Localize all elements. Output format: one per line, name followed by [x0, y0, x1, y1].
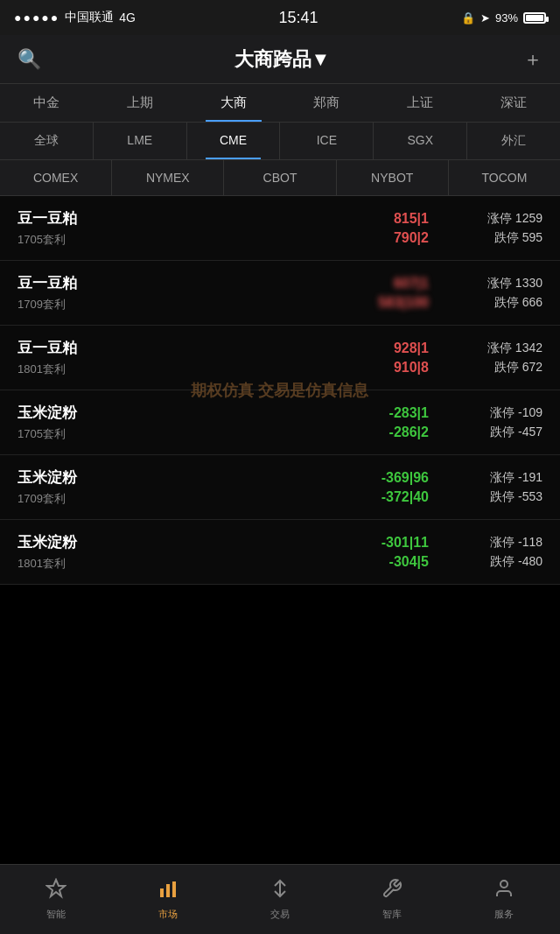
price1-1: 607|1: [394, 276, 429, 291]
list-item-2[interactable]: 豆一豆粕 1801套利 928|1 910|8 涨停 1342 跌停 672: [0, 326, 560, 390]
list-item-right-3: 涨停 -109 跌停 -457: [438, 405, 542, 440]
limit1-5: 涨停 -118: [490, 535, 542, 551]
limit1-2: 涨停 1342: [487, 341, 542, 356]
lock-icon: 🔒: [461, 11, 475, 25]
limit2-5: 跌停 -480: [490, 554, 542, 570]
list-item-left-0: 豆一豆粕 1705套利: [18, 208, 77, 248]
list-item-left-1: 豆一豆粕 1709套利: [18, 273, 77, 313]
list-item-4[interactable]: 玉米淀粉 1709套利 -369|96 -372|40 涨停 -191 跌停 -…: [0, 455, 560, 520]
tab-row-2: 全球LMECMEICESGX外汇: [0, 123, 560, 160]
nav-icon-4: [494, 878, 514, 904]
item-sub-0: 1705套利: [18, 232, 77, 248]
svg-rect-1: [160, 888, 164, 897]
item-sub-2: 1801套利: [18, 362, 77, 377]
limit1-4: 涨停 -191: [490, 470, 542, 486]
price1-0: 815|1: [394, 211, 429, 227]
list-item-left-3: 玉米淀粉 1705套利: [18, 403, 77, 442]
tab-2-item-2[interactable]: CME: [187, 123, 281, 159]
header: 🔍 大商跨品▼ ＋: [0, 35, 560, 84]
svg-marker-0: [47, 880, 65, 896]
list-item-0[interactable]: 豆一豆粕 1705套利 815|1 790|2 涨停 1259 跌停 595: [0, 196, 560, 261]
nav-item-1[interactable]: 市场: [112, 878, 224, 921]
nav-item-0[interactable]: 智能: [0, 878, 112, 921]
nav-item-2[interactable]: 交易: [224, 878, 336, 921]
price1-2: 928|1: [394, 341, 429, 356]
list-container: 期权仿真 交易是仿真信息 豆一豆粕 1705套利 815|1 790|2 涨停 …: [0, 196, 560, 585]
item-name-3: 玉米淀粉: [18, 403, 77, 423]
svg-rect-2: [166, 884, 170, 897]
status-right: 🔒 ➤ 93%: [461, 11, 546, 25]
list-item-5[interactable]: 玉米淀粉 1801套利 -301|11 -304|5 涨停 -118 跌停 -4…: [0, 520, 560, 585]
tab-3-item-1[interactable]: NYMEX: [112, 160, 224, 195]
limit2-0: 跌停 595: [494, 230, 542, 246]
item-name-4: 玉米淀粉: [18, 467, 77, 488]
item-sub-3: 1705套利: [18, 426, 77, 442]
item-name-0: 豆一豆粕: [18, 208, 77, 228]
search-icon[interactable]: 🔍: [18, 48, 41, 71]
list-item-right-5: 涨停 -118 跌停 -480: [438, 535, 542, 570]
list-item-center-3: -283|1 -286|2: [77, 405, 438, 440]
tab-2-item-0[interactable]: 全球: [0, 123, 94, 159]
tab-2-item-1[interactable]: LME: [94, 123, 187, 159]
limit2-4: 跌停 -553: [490, 489, 542, 505]
tab-2-item-4[interactable]: SGX: [374, 123, 467, 159]
add-icon[interactable]: ＋: [523, 46, 542, 73]
list-item-center-1: 607|1 583|100: [77, 276, 438, 311]
tab-2-item-5[interactable]: 外汇: [467, 123, 560, 159]
list-item-left-2: 豆一豆粕 1801套利: [18, 338, 77, 377]
tab-3-item-4[interactable]: TOCOM: [449, 160, 560, 195]
limit2-1: 跌停 666: [494, 295, 542, 311]
limit2-2: 跌停 672: [494, 360, 542, 376]
item-name-1: 豆一豆粕: [18, 273, 77, 293]
list-item-center-5: -301|11 -304|5: [77, 535, 438, 570]
tab-3-item-0[interactable]: COMEX: [0, 160, 112, 195]
nav-label-3: 智库: [382, 908, 402, 921]
svg-point-5: [500, 881, 508, 888]
list-item-center-0: 815|1 790|2: [77, 211, 438, 246]
price1-3: -283|1: [389, 405, 429, 421]
tab-2-item-3[interactable]: ICE: [280, 123, 374, 159]
price2-1: 583|100: [378, 295, 429, 311]
list-item-right-4: 涨停 -191 跌停 -553: [438, 470, 542, 505]
nav-icon-1: [158, 878, 178, 904]
list-item-left-5: 玉米淀粉 1801套利: [18, 532, 77, 572]
nav-icon-3: [382, 878, 402, 904]
price1-4: -369|96: [382, 470, 429, 486]
tab-1-item-0[interactable]: 中金: [0, 84, 94, 122]
status-left: ●●●●● 中国联通 4G: [14, 10, 136, 25]
tab-1-item-1[interactable]: 上期: [94, 84, 187, 122]
signal-dots: ●●●●●: [14, 11, 60, 25]
tab-1-item-5[interactable]: 深证: [466, 84, 560, 122]
list-item-center-2: 928|1 910|8: [77, 341, 438, 376]
list-item-3[interactable]: 玉米淀粉 1705套利 -283|1 -286|2 涨停 -109 跌停 -45…: [0, 390, 560, 455]
network-label: 4G: [119, 11, 136, 25]
tab-1-item-2[interactable]: 大商: [186, 84, 280, 122]
tab-3-item-3[interactable]: NYBOT: [337, 160, 449, 195]
item-name-5: 玉米淀粉: [18, 532, 77, 552]
nav-item-3[interactable]: 智库: [336, 878, 448, 921]
status-time: 15:41: [278, 9, 318, 27]
nav-item-4[interactable]: 服务: [448, 878, 560, 921]
list-item-right-1: 涨停 1330 跌停 666: [438, 276, 542, 311]
nav-label-2: 交易: [270, 908, 290, 921]
price2-5: -304|5: [389, 554, 429, 570]
item-sub-4: 1709套利: [18, 491, 77, 507]
nav-label-0: 智能: [46, 908, 66, 921]
price2-0: 790|2: [394, 230, 429, 246]
nav-label-4: 服务: [494, 908, 514, 921]
limit1-3: 涨停 -109: [490, 405, 542, 421]
list-item-1[interactable]: 豆一豆粕 1709套利 607|1 583|100 涨停 1330 跌停 666: [0, 261, 560, 326]
tab-1-item-3[interactable]: 郑商: [280, 84, 374, 122]
item-sub-1: 1709套利: [18, 297, 77, 313]
tab-1-item-4[interactable]: 上证: [374, 84, 467, 122]
battery-label: 93%: [495, 11, 518, 25]
status-bar: ●●●●● 中国联通 4G 15:41 🔒 ➤ 93%: [0, 0, 560, 35]
limit1-0: 涨停 1259: [487, 211, 542, 227]
tab-3-item-2[interactable]: CBOT: [224, 160, 336, 195]
battery-icon: [523, 12, 546, 24]
price2-3: -286|2: [389, 425, 429, 440]
page-title: 大商跨品▼: [234, 46, 331, 73]
item-name-2: 豆一豆粕: [18, 338, 77, 358]
tab-row-1: 中金上期大商郑商上证深证: [0, 84, 560, 123]
nav-icon-0: [46, 878, 66, 904]
